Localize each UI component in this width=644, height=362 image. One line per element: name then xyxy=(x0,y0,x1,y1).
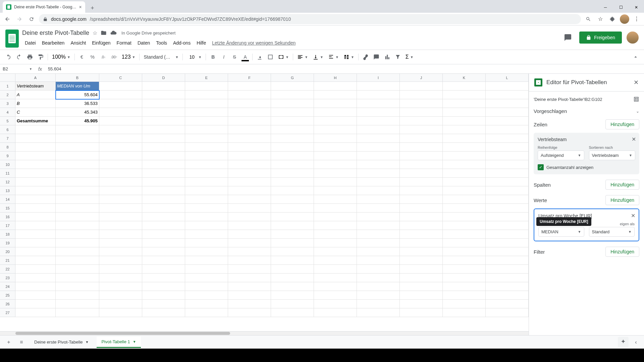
cell[interactable] xyxy=(486,308,529,317)
cell[interactable] xyxy=(271,282,314,291)
cell[interactable] xyxy=(228,125,271,134)
text-color-button[interactable]: A xyxy=(240,52,250,62)
select-range-icon[interactable] xyxy=(633,96,639,102)
name-box[interactable]: B2▼ xyxy=(0,66,35,71)
remove-value-card-button[interactable]: ✕ xyxy=(631,213,635,219)
cell[interactable] xyxy=(185,108,228,117)
col-header-I[interactable]: I xyxy=(357,74,400,82)
cell[interactable] xyxy=(443,204,486,213)
cell[interactable] xyxy=(314,308,357,317)
cell[interactable] xyxy=(443,178,486,186)
pivot-range[interactable]: 'Deine erste Pivot-Tabelle'!B2:G102 xyxy=(534,97,631,102)
menu-ansicht[interactable]: Ansicht xyxy=(68,39,89,47)
cell[interactable] xyxy=(142,125,185,134)
all-sheets-button[interactable]: ≡ xyxy=(17,338,26,347)
sort-by-select[interactable]: Vertriebsteam▼ xyxy=(589,150,636,160)
cell[interactable] xyxy=(271,265,314,274)
cell[interactable] xyxy=(185,125,228,134)
cell[interactable] xyxy=(314,134,357,143)
col-header-H[interactable]: H xyxy=(314,74,357,82)
remove-row-card-button[interactable]: ✕ xyxy=(632,136,636,142)
cell[interactable] xyxy=(99,265,142,274)
cell[interactable] xyxy=(314,247,357,256)
cell[interactable] xyxy=(99,247,142,256)
browser-tab[interactable]: Deine erste Pivot-Tabelle - Goog… × xyxy=(3,1,85,13)
cell[interactable] xyxy=(443,108,486,117)
cell[interactable] xyxy=(400,143,443,152)
cell[interactable] xyxy=(443,256,486,265)
cell[interactable] xyxy=(314,99,357,108)
add-values-button[interactable]: Hinzufügen xyxy=(605,195,639,205)
cell[interactable]: Gesamtsumme xyxy=(15,117,56,125)
cell[interactable] xyxy=(56,143,99,152)
cell[interactable] xyxy=(15,282,56,291)
cell[interactable] xyxy=(400,291,443,300)
v-align-button[interactable]: ▼ xyxy=(311,54,325,60)
cell[interactable] xyxy=(271,239,314,247)
row-header[interactable]: 19 xyxy=(0,239,15,247)
cell[interactable] xyxy=(400,300,443,308)
cell[interactable] xyxy=(443,152,486,160)
cell[interactable] xyxy=(228,291,271,300)
cell[interactable] xyxy=(142,274,185,282)
row-header[interactable]: 16 xyxy=(0,213,15,221)
reload-button[interactable] xyxy=(27,14,36,24)
cell[interactable] xyxy=(486,186,529,195)
cell[interactable] xyxy=(400,169,443,178)
cell[interactable] xyxy=(56,282,99,291)
cell[interactable] xyxy=(314,256,357,265)
cell[interactable] xyxy=(443,143,486,152)
cell[interactable] xyxy=(486,90,529,99)
currency-button[interactable]: € xyxy=(77,52,87,62)
cell[interactable] xyxy=(400,204,443,213)
cell[interactable] xyxy=(142,134,185,143)
cell[interactable] xyxy=(142,82,185,90)
cell[interactable] xyxy=(357,213,400,221)
profile-avatar[interactable] xyxy=(627,32,639,44)
row-header[interactable]: 24 xyxy=(0,282,15,291)
row-header[interactable]: 13 xyxy=(0,186,15,195)
cell[interactable] xyxy=(400,82,443,90)
col-header-A[interactable]: A xyxy=(15,74,56,82)
cell[interactable] xyxy=(142,204,185,213)
cell[interactable] xyxy=(185,300,228,308)
cell[interactable] xyxy=(443,160,486,169)
cell[interactable] xyxy=(271,204,314,213)
cell[interactable] xyxy=(486,239,529,247)
cell[interactable] xyxy=(271,213,314,221)
cell[interactable] xyxy=(15,125,56,134)
cell[interactable] xyxy=(486,282,529,291)
cell[interactable] xyxy=(99,291,142,300)
cell[interactable] xyxy=(15,274,56,282)
back-button[interactable] xyxy=(3,14,12,24)
cell[interactable] xyxy=(56,230,99,239)
cell[interactable] xyxy=(56,239,99,247)
cell[interactable] xyxy=(56,178,99,186)
menu-hilfe[interactable]: Hilfe xyxy=(194,39,209,47)
cell[interactable] xyxy=(56,265,99,274)
cell[interactable] xyxy=(357,82,400,90)
cell[interactable]: C xyxy=(15,108,56,117)
minimize-button[interactable]: ─ xyxy=(598,2,613,13)
cell[interactable] xyxy=(400,213,443,221)
cell[interactable] xyxy=(486,256,529,265)
cell[interactable] xyxy=(314,213,357,221)
cell[interactable] xyxy=(185,143,228,152)
cell[interactable] xyxy=(443,99,486,108)
cell[interactable] xyxy=(400,99,443,108)
row-header[interactable]: 2 xyxy=(0,90,15,99)
browser-menu-icon[interactable]: ⋮ xyxy=(632,14,641,24)
cell[interactable] xyxy=(400,256,443,265)
cell[interactable] xyxy=(99,308,142,317)
menu-addons[interactable]: Add-ons xyxy=(170,39,193,47)
link-button[interactable] xyxy=(361,52,371,62)
cell[interactable] xyxy=(142,108,185,117)
cell[interactable] xyxy=(99,99,142,108)
cell[interactable] xyxy=(357,125,400,134)
row-header[interactable]: 14 xyxy=(0,195,15,204)
fill-color-button[interactable] xyxy=(255,52,265,62)
col-header-L[interactable]: L xyxy=(486,74,529,82)
cell[interactable] xyxy=(314,221,357,230)
cell[interactable] xyxy=(56,195,99,204)
cell[interactable] xyxy=(56,186,99,195)
